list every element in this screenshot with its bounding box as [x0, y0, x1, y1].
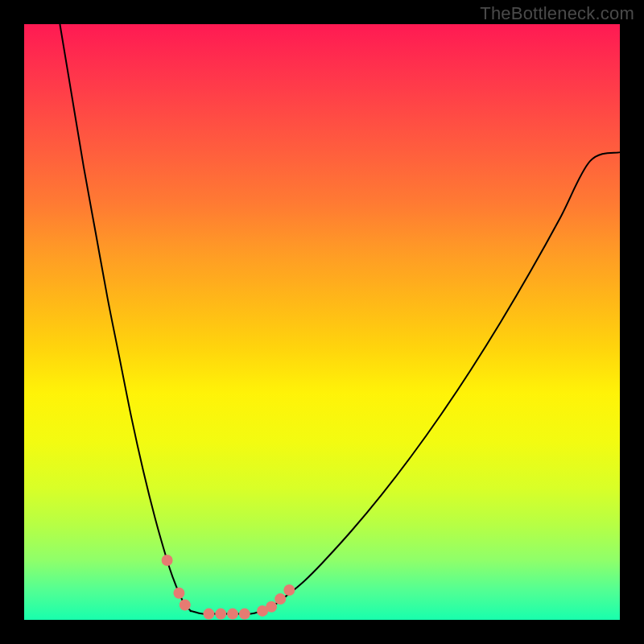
chart-frame: TheBottleneck.com	[0, 0, 644, 644]
data-point	[215, 609, 226, 620]
chart-svg	[24, 24, 620, 620]
curve-group	[60, 24, 620, 614]
watermark-text: TheBottleneck.com	[480, 3, 634, 24]
data-point	[173, 588, 184, 599]
bottleneck-curve	[60, 24, 620, 614]
data-point	[266, 601, 277, 613]
data-point	[203, 609, 214, 620]
data-point	[162, 555, 173, 566]
data-point	[283, 584, 295, 596]
data-point	[180, 600, 191, 611]
data-point	[239, 609, 250, 620]
data-point	[227, 609, 238, 620]
marker-group	[162, 555, 295, 620]
plot-area	[24, 24, 620, 620]
data-point	[275, 593, 286, 605]
